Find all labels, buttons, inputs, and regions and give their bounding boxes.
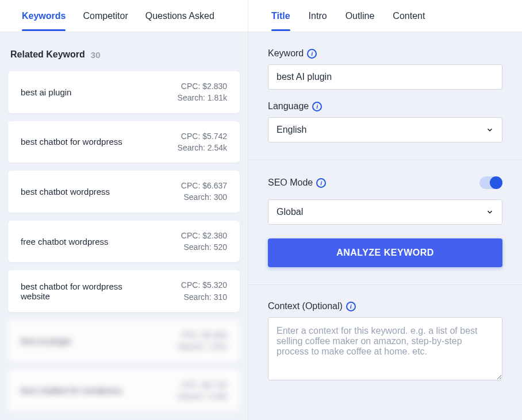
keyword-card-locked: best chatbot for wordpress CPC: $5.742 S… <box>8 370 240 412</box>
seo-scope-value: Global <box>277 207 303 217</box>
right-tabs: Title Intro Outline Content <box>248 0 522 32</box>
seo-mode-label: SEO Mode i <box>268 178 326 188</box>
seo-section: SEO Mode i Global ANALYZE KEYWORD <box>248 160 522 285</box>
tab-content[interactable]: Content <box>393 2 425 30</box>
seo-mode-toggle[interactable] <box>479 176 502 189</box>
right-form-body[interactable]: Keyword i Language i English SEO Mode i <box>248 32 522 420</box>
keyword-card-locked: best ai plugin CPC: $2.830 Search: 1.81k <box>8 320 240 362</box>
seo-scope-select[interactable]: Global <box>268 199 502 225</box>
related-keyword-panel[interactable]: Related Keyword 30 best ai plugin CPC: $… <box>0 32 248 420</box>
keyword-name: best ai plugin <box>21 336 71 346</box>
keyword-card[interactable]: best chatbot for wordpress website CPC: … <box>8 270 240 312</box>
chevron-down-icon <box>486 126 494 134</box>
context-section: Context (Optional) i <box>248 285 522 400</box>
context-label: Context (Optional) i <box>268 301 502 311</box>
context-textarea[interactable] <box>268 317 502 380</box>
info-icon[interactable]: i <box>316 178 326 188</box>
keyword-name: best chatbot for wordpress <box>21 386 122 395</box>
related-keyword-title: Related Keyword <box>10 49 85 60</box>
language-label: Language i <box>268 101 502 111</box>
keyword-stats: CPC: $2.830 Search: 1.81k <box>178 80 227 104</box>
keyword-card[interactable]: best chatbot for wordpress CPC: $5.742 S… <box>8 121 240 163</box>
keyword-card[interactable]: best ai plugin CPC: $2.830 Search: 1.81k <box>8 71 240 113</box>
keyword-name: free chatbot wordpress <box>21 237 109 246</box>
left-tabs: Keywords Competitor Questions Asked <box>0 0 248 32</box>
keyword-stats: CPC: $5.742 Search: 2.54k <box>178 130 227 154</box>
keyword-name: best chatbot for wordpress website <box>21 282 141 301</box>
keyword-name: best ai plugin <box>21 87 71 97</box>
keyword-name: best chatbot wordpress <box>21 187 110 196</box>
info-icon[interactable]: i <box>346 302 356 311</box>
info-icon[interactable]: i <box>312 102 322 111</box>
keyword-stats: CPC: $6.637 Search: 300 <box>181 180 227 203</box>
keyword-stats: CPC: $2.380 Search: 520 <box>181 230 227 253</box>
keyword-stats: CPC: $2.830 Search: 1.81k <box>178 329 227 353</box>
keyword-label: Keyword i <box>268 48 502 59</box>
keyword-card[interactable]: free chatbot wordpress CPC: $2.380 Searc… <box>8 221 240 263</box>
tab-title[interactable]: Title <box>271 2 290 30</box>
related-keyword-header: Related Keyword 30 <box>8 32 240 71</box>
related-keyword-count: 30 <box>91 50 101 60</box>
toggle-knob <box>490 176 502 189</box>
tab-competitor[interactable]: Competitor <box>83 2 128 30</box>
tab-questions-asked[interactable]: Questions Asked <box>145 2 214 30</box>
language-select[interactable]: English <box>268 117 502 142</box>
language-value: English <box>277 125 306 135</box>
tab-keywords[interactable]: Keywords <box>22 2 66 30</box>
tab-outline[interactable]: Outline <box>346 2 375 30</box>
analyze-keyword-button[interactable]: ANALYZE KEYWORD <box>268 238 502 267</box>
left-panel: Keywords Competitor Questions Asked Rela… <box>0 0 248 420</box>
tab-intro[interactable]: Intro <box>309 2 327 30</box>
keyword-card[interactable]: best chatbot wordpress CPC: $6.637 Searc… <box>8 171 240 213</box>
keyword-input[interactable] <box>268 64 502 90</box>
keyword-name: best chatbot for wordpress <box>21 137 122 147</box>
keyword-stats: CPC: $5.320 Search: 310 <box>181 279 227 303</box>
info-icon[interactable]: i <box>307 49 317 59</box>
right-panel: Title Intro Outline Content Keyword i La… <box>248 0 522 420</box>
keyword-stats: CPC: $5.742 Search: 2.54k <box>178 379 227 403</box>
chevron-down-icon <box>486 208 494 216</box>
keyword-section: Keyword i Language i English <box>248 32 522 160</box>
